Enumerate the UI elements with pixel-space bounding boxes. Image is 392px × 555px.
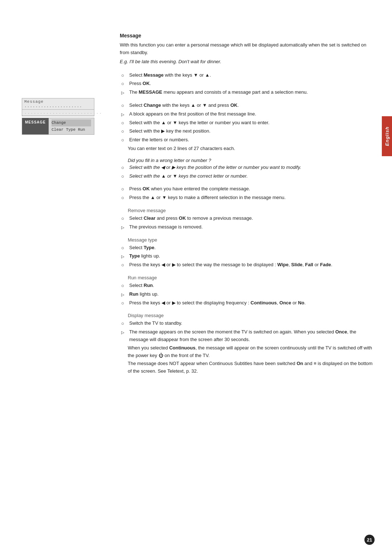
remove-message-label: Remove message bbox=[120, 208, 374, 213]
bullet-message-appears: The message appears on the screen the mo… bbox=[120, 328, 374, 344]
bullet-enter-letters: Enter the letters or numbers. bbox=[120, 136, 374, 144]
bullet-message-menu: The MESSAGE menu appears and consists of… bbox=[120, 89, 374, 97]
bullet-text-9: Select with the ◀ or ▶ keys the position… bbox=[129, 164, 301, 171]
bullet-press-keys-type: Press the keys ◀ or ▶ to select the way … bbox=[120, 261, 374, 269]
menu-illustration: Message ..................... ..........… bbox=[22, 98, 102, 135]
bullets-change: Select Change with the keys ▲ or ▼ and p… bbox=[120, 102, 374, 153]
bullet-text-6: Select with the ▲ or ▼ keys the letter o… bbox=[129, 119, 269, 127]
italic-wrong-letter: Did you fill in a wrong letter or number… bbox=[120, 158, 374, 163]
menu-items-list: Change Clear Type Run bbox=[49, 118, 94, 134]
bullet-text-17: Press the keys ◀ or ▶ to select the way … bbox=[129, 261, 332, 269]
bullet-icon-12 bbox=[121, 194, 128, 202]
bullet-press-keys-run: Press the keys ◀ or ▶ to select the disp… bbox=[120, 299, 374, 307]
indent-27chars: You can enter text on 2 lines of 27 char… bbox=[120, 145, 374, 153]
page-number: 21 bbox=[364, 535, 375, 545]
menu-item-change: Change bbox=[52, 119, 91, 126]
bullet-select-letter: Select with the ▲ or ▼ keys the letter o… bbox=[120, 119, 374, 127]
bullet-select-message: Select Message with the keys ▼ or ▲. bbox=[120, 72, 374, 80]
bullet-icon-2 bbox=[121, 80, 128, 88]
bullet-text-11: Press OK when you have entered the compl… bbox=[129, 185, 250, 193]
menu-row: MESSAGE Change Clear Type Run bbox=[22, 118, 94, 135]
bullet-icon-9 bbox=[121, 164, 128, 172]
bullet-different-selection: Press the ▲ or ▼ keys to make a differen… bbox=[120, 194, 374, 202]
bullet-icon-21 bbox=[121, 320, 128, 328]
intro-line-1: With this function you can enter a perso… bbox=[120, 41, 374, 57]
bullet-icon-4 bbox=[121, 102, 128, 110]
language-tab: English bbox=[382, 116, 392, 156]
menu-item-type: Type bbox=[66, 127, 75, 132]
bullet-text-4: Select Change with the keys ▲ or ▼ and p… bbox=[129, 102, 239, 109]
display-message-label: Display message bbox=[120, 313, 374, 318]
bullet-select-correct: Select with the ▲ or ▼ keys the correct … bbox=[120, 173, 374, 181]
menu-dots: ......................... bbox=[22, 110, 94, 116]
bullet-text-8: Enter the letters or numbers. bbox=[129, 136, 189, 144]
continuous-text: When you selected Continuous, the messag… bbox=[120, 344, 374, 360]
bullet-text-14: The previous message is removed. bbox=[129, 223, 203, 231]
menu-item-run: Run bbox=[78, 127, 85, 132]
bullet-select-run: Select Run. bbox=[120, 282, 374, 290]
bullet-text-15: Select Type. bbox=[129, 244, 156, 252]
intro-example: E.g. I'll be late this evening. Don't wa… bbox=[120, 59, 374, 64]
bullet-press-ok: Press OK. bbox=[120, 80, 374, 88]
bullet-icon-18 bbox=[121, 282, 128, 290]
language-label: English bbox=[384, 126, 390, 146]
bullet-text-20: Press the keys ◀ or ▶ to select the disp… bbox=[129, 299, 306, 307]
bullet-icon-19 bbox=[121, 291, 128, 299]
bullet-text-2: Press OK. bbox=[129, 80, 151, 88]
bullet-block-appears: A block appears on the first position of… bbox=[120, 110, 374, 118]
main-content: Message With this function you can enter… bbox=[120, 33, 374, 533]
bullet-text-21: Switch the TV to standby. bbox=[129, 320, 182, 327]
menu-box-top: Message ..................... ..........… bbox=[22, 98, 94, 116]
menu-item-clear: Clear bbox=[52, 127, 64, 132]
bullet-ok-complete: Press OK when you have entered the compl… bbox=[120, 185, 374, 193]
bullet-icon-16 bbox=[121, 253, 128, 260]
bullet-icon-1 bbox=[121, 72, 128, 80]
display-message-section: Display message Switch the TV to standby… bbox=[120, 313, 374, 375]
bullet-icon-3 bbox=[121, 89, 128, 97]
bullet-icon-10 bbox=[121, 173, 128, 181]
bullet-icon-14 bbox=[121, 224, 128, 231]
bullet-text-1: Select Message with the keys ▼ or ▲. bbox=[129, 72, 211, 79]
menu-label: MESSAGE bbox=[22, 118, 49, 134]
bullet-icon-7 bbox=[121, 128, 128, 135]
run-message-label: Run message bbox=[120, 275, 374, 280]
bullet-icon-22 bbox=[121, 329, 128, 336]
bullet-text-3: The MESSAGE menu appears and consists of… bbox=[129, 89, 308, 96]
bullet-icon-5 bbox=[121, 111, 128, 118]
bullet-next-position: Select with the ▶ key the next position. bbox=[120, 127, 374, 135]
bullet-icon-17 bbox=[121, 262, 128, 269]
bullet-text-18: Select Run. bbox=[129, 282, 154, 289]
bullet-icon-6 bbox=[121, 119, 128, 127]
bullet-text-16: Type lights up. bbox=[129, 252, 160, 260]
bullet-icon-8 bbox=[121, 137, 128, 144]
menu-top-label: Message ..................... bbox=[22, 98, 94, 110]
bullet-run-lights: Run lights up. bbox=[120, 291, 374, 299]
bullet-icon-11 bbox=[121, 186, 128, 193]
bullet-text-22: The message appears on the screen the mo… bbox=[129, 328, 374, 344]
bullet-select-position: Select with the ◀ or ▶ keys the position… bbox=[120, 164, 374, 172]
run-message-section: Run message Select Run. Run lights up. P… bbox=[120, 275, 374, 307]
bullet-select-clear: Select Clear and press OK to remove a pr… bbox=[120, 215, 374, 223]
bullet-icon-15 bbox=[121, 244, 128, 252]
subtitles-text: The message does NOT appear when Continu… bbox=[120, 360, 374, 375]
bullet-type-lights: Type lights up. bbox=[120, 252, 374, 260]
bullet-message-removed: The previous message is removed. bbox=[120, 223, 374, 231]
bullets-wrong-letter: Did you fill in a wrong letter or number… bbox=[120, 158, 374, 181]
bullets-press-ok-complete: Press OK when you have entered the compl… bbox=[120, 185, 374, 202]
bullet-icon-20 bbox=[121, 300, 128, 307]
message-type-label: Message type bbox=[120, 237, 374, 243]
bullet-text-12: Press the ▲ or ▼ keys to make a differen… bbox=[129, 194, 286, 202]
bullet-select-type: Select Type. bbox=[120, 244, 374, 252]
bullet-switch-standby: Switch the TV to standby. bbox=[120, 320, 374, 328]
bullet-text-7: Select with the ▶ key the next position. bbox=[129, 127, 211, 135]
remove-message-section: Remove message Select Clear and press OK… bbox=[120, 208, 374, 231]
bullet-text-13: Select Clear and press OK to remove a pr… bbox=[129, 215, 253, 222]
bullet-select-change: Select Change with the keys ▲ or ▼ and p… bbox=[120, 102, 374, 110]
bullet-text-10: Select with the ▲ or ▼ keys the correct … bbox=[129, 173, 248, 180]
bullet-text-5: A block appears on the first position of… bbox=[129, 110, 256, 118]
message-type-section: Message type Select Type. Type lights up… bbox=[120, 237, 374, 269]
bullet-icon-13 bbox=[121, 215, 128, 223]
section-title: Message bbox=[120, 33, 374, 39]
bullets-select-message: Select Message with the keys ▼ or ▲. Pre… bbox=[120, 72, 374, 97]
bullet-text-19: Run lights up. bbox=[129, 291, 159, 298]
